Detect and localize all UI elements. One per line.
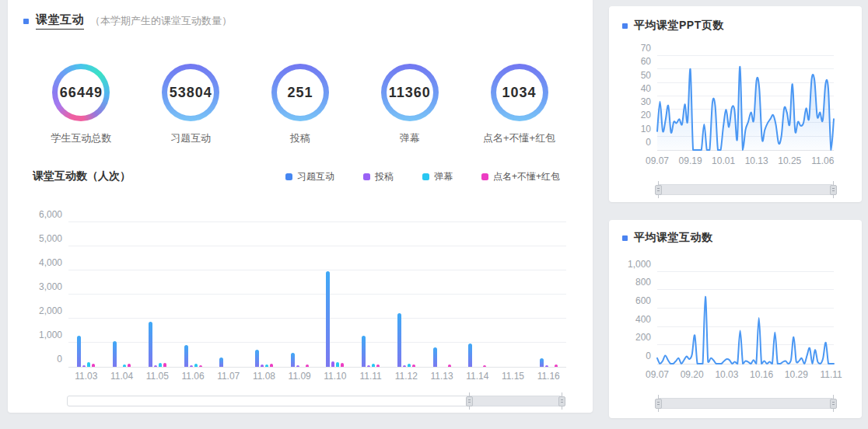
legend-item[interactable]: 习题互动: [285, 170, 334, 183]
y-axis-label: 1,000: [19, 330, 62, 340]
zoom-slider-selection[interactable]: [658, 185, 833, 194]
legend-item[interactable]: 弹幕: [422, 170, 453, 183]
x-axis-label: 11.05: [139, 371, 175, 382]
ppt-pages-line-chart[interactable]: 010203040506070: [657, 51, 834, 151]
bar[interactable]: [199, 365, 202, 367]
bar[interactable]: [113, 341, 117, 367]
bar[interactable]: [291, 353, 295, 367]
stat-label: 投稿: [290, 131, 310, 145]
y-axis-label: 50: [607, 70, 651, 81]
bar[interactable]: [87, 362, 90, 367]
bar[interactable]: [296, 365, 299, 367]
bar-group: [530, 213, 566, 367]
bar[interactable]: [331, 361, 334, 367]
bar[interactable]: [128, 364, 131, 367]
line-series[interactable]: [657, 268, 834, 364]
bar-chart-zoom-slider[interactable]: [67, 396, 562, 406]
ppt-chart-zoom-slider[interactable]: [657, 184, 834, 195]
legend-marker-icon: [481, 173, 488, 180]
stat-label: 学生互动总数: [51, 131, 111, 145]
legend-item[interactable]: 点名+不懂+红包: [481, 170, 560, 183]
y-axis-label: 400: [607, 314, 651, 325]
bar[interactable]: [362, 336, 366, 367]
y-axis-label: 3,000: [19, 281, 62, 292]
bar[interactable]: [194, 364, 198, 367]
stats-row: 66449学生互动总数53804习题互动251投稿11360弹幕1034点名+不…: [26, 64, 574, 145]
x-axis-label: 10.03: [715, 369, 738, 380]
bar[interactable]: [448, 364, 451, 367]
bar-chart[interactable]: 01,0002,0003,0004,0005,0006,000: [68, 213, 566, 368]
zoom-slider-handle-icon[interactable]: [830, 181, 837, 198]
x-axis-label: 11.16: [530, 371, 566, 382]
bar[interactable]: [159, 363, 162, 367]
bar[interactable]: [540, 358, 544, 367]
bar[interactable]: [261, 364, 264, 367]
y-axis-label: 40: [607, 83, 651, 94]
panel-title: 平均课堂PPT页数: [634, 19, 724, 33]
bar[interactable]: [336, 362, 339, 367]
bar[interactable]: [123, 364, 126, 367]
y-axis-label: 200: [607, 332, 651, 343]
bar[interactable]: [265, 364, 268, 367]
zoom-slider-handle-icon[interactable]: [830, 395, 837, 412]
bar-group: [388, 213, 424, 367]
bar[interactable]: [483, 365, 486, 367]
bar[interactable]: [367, 365, 370, 367]
bar[interactable]: [372, 364, 375, 367]
bar[interactable]: [163, 363, 166, 367]
stat-1: 66449学生互动总数: [26, 64, 136, 145]
y-axis-label: 800: [607, 277, 651, 288]
y-axis-label: 6,000: [19, 209, 62, 220]
avg-interactions-line-chart[interactable]: 02004006008001,000: [657, 268, 834, 364]
bar[interactable]: [92, 364, 95, 367]
x-axis-label: 11.11: [820, 369, 842, 380]
avg-chart-zoom-slider[interactable]: [657, 398, 834, 409]
bar[interactable]: [433, 347, 437, 367]
x-axis-label: 10.13: [745, 155, 768, 166]
bar[interactable]: [545, 365, 548, 367]
line-path: [657, 297, 834, 364]
x-axis-label: 11.11: [353, 371, 389, 382]
bar[interactable]: [154, 365, 157, 367]
dashboard: 课堂互动 （本学期产生的课堂互动数量） 66449学生互动总数53804习题互动…: [0, 0, 868, 429]
panel-title: 平均课堂互动数: [634, 231, 713, 245]
y-axis-label: 2,000: [19, 305, 62, 316]
zoom-slider-handle-icon[interactable]: [466, 392, 473, 410]
bar[interactable]: [255, 350, 259, 367]
bar[interactable]: [82, 365, 86, 367]
zoom-slider-selection[interactable]: [469, 396, 562, 406]
bar[interactable]: [397, 313, 401, 367]
bar-chart-header: 课堂互动数（人次） 习题互动投稿弹幕点名+不懂+红包: [33, 169, 560, 183]
bar[interactable]: [326, 271, 330, 367]
line-series[interactable]: [657, 51, 834, 150]
zoom-slider-handle-icon[interactable]: [558, 392, 565, 410]
bar[interactable]: [190, 365, 193, 367]
bar[interactable]: [341, 363, 344, 367]
bar[interactable]: [376, 364, 380, 367]
x-axis-label: 11.12: [388, 371, 424, 382]
y-axis-label: 0: [607, 351, 651, 361]
bar[interactable]: [555, 364, 558, 367]
bar[interactable]: [412, 364, 415, 367]
panel-header: 平均课堂PPT页数: [622, 19, 724, 33]
bar[interactable]: [77, 336, 81, 367]
bar-groups: [68, 213, 566, 367]
zoom-slider-handle-icon[interactable]: [655, 395, 662, 412]
bar[interactable]: [219, 358, 223, 367]
bar[interactable]: [306, 364, 309, 367]
x-axis-label: 11.06: [811, 155, 834, 166]
bar[interactable]: [270, 364, 273, 367]
bar-group: [317, 213, 353, 367]
bar[interactable]: [468, 344, 472, 367]
zoom-slider-selection[interactable]: [658, 399, 833, 408]
bar[interactable]: [149, 322, 152, 367]
bar[interactable]: [184, 345, 188, 367]
legend-label: 投稿: [375, 170, 394, 183]
bar[interactable]: [408, 364, 411, 367]
stat-ring: 11360: [381, 64, 439, 121]
zoom-slider-handle-icon[interactable]: [655, 181, 662, 198]
bar[interactable]: [403, 365, 406, 367]
x-axis-label: 10.01: [712, 155, 735, 166]
legend-item[interactable]: 投稿: [363, 170, 394, 183]
title-bullet-icon: [622, 235, 628, 241]
